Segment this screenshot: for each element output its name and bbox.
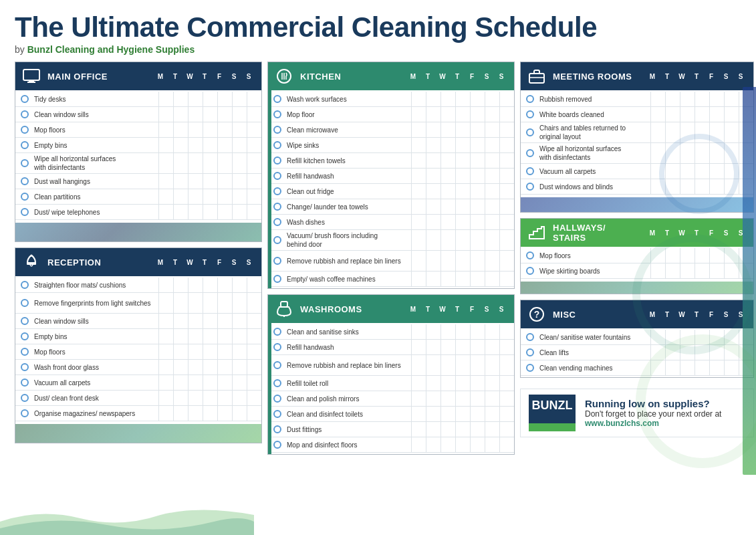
bunzl-logo: BUNZL <box>529 395 576 431</box>
title-bold: Cleaning Schedule <box>352 11 597 43</box>
table-row: Remove rubbish and replace bin liners <box>268 251 514 272</box>
misc-title: MISC <box>553 310 640 320</box>
fork-icon <box>273 66 295 87</box>
table-row: Clean lifts <box>521 345 753 360</box>
misc-days: M T W T F S S <box>645 311 748 318</box>
promo-link[interactable]: www.bunzlchs.com <box>585 419 659 428</box>
briefcase-icon <box>526 66 547 87</box>
table-row: Mop floors <box>521 248 753 263</box>
table-row: Clean vending machines <box>521 360 753 376</box>
table-row: Clean window sills <box>15 314 261 329</box>
table-row: Mop and disinfect floors <box>268 437 514 453</box>
table-row: Empty bins <box>15 138 261 153</box>
table-row: Wipe all horizontal surfaceswith disinfe… <box>15 153 261 174</box>
table-row: Rubbish removed <box>521 92 753 107</box>
kitchen-tasks: Wash work surfaces Mop floor Clean micro… <box>268 90 514 288</box>
subtitle: by Bunzl Cleaning and Hygiene Supplies <box>15 44 741 55</box>
table-row: Straighten floor mats/ cushions <box>15 278 261 293</box>
main-office-title: MAIN OFFICE <box>47 72 148 82</box>
main-office-tasks: Tidy desks Clean window sills Mop floors… <box>15 90 261 221</box>
hallways-header: HALLWAYS/ STAIRS M T W T F S S <box>521 219 753 247</box>
table-row: Refill toilet roll <box>268 376 514 391</box>
table-row: Remove fingerprints from light switches <box>15 293 261 314</box>
svg-rect-3 <box>27 263 36 265</box>
table-row: Remove rubbish and replace bin liners <box>268 355 514 376</box>
page: The Ultimate Commercial Cleaning Schedul… <box>0 0 756 535</box>
table-row: Dust fittings <box>268 422 514 437</box>
meeting-rooms-header: MEETING ROOMS M T W T F S S <box>521 62 753 90</box>
table-row: Tidy desks <box>15 92 261 107</box>
washrooms-section: WASHROOMS M T W T F S S Clean and saniti… <box>267 294 515 455</box>
col3: MEETING ROOMS M T W T F S S Rubbish remo… <box>520 62 754 455</box>
table-row: White boards cleaned <box>521 107 753 122</box>
kitchen-header: KITCHEN M T W T F S S <box>268 62 514 90</box>
hallways-tasks: Mop floors Wipe skirting boards <box>521 247 753 280</box>
table-row: Wash work surfaces <box>268 92 514 107</box>
monitor-icon <box>21 66 42 87</box>
kitchen-section: KITCHEN M T W T F S S Wash work surfaces… <box>267 62 515 289</box>
toilet-icon <box>273 298 295 320</box>
table-row: Clean partitions <box>15 189 261 205</box>
table-row: Dust/ wipe telephones <box>15 205 261 220</box>
table-row: Dust/ clean front desk <box>15 391 261 406</box>
title-prefix: The Ultimate Commercial <box>15 11 352 43</box>
promo-heading: Running low on supplies? <box>585 398 745 409</box>
main-office-days: M T W T F S S <box>153 73 256 80</box>
question-icon: ? <box>526 304 547 325</box>
misc-tasks: Clean/ sanitise water fountains Clean li… <box>521 328 753 377</box>
meeting-rooms-section: MEETING ROOMS M T W T F S S Rubbish remo… <box>520 62 754 213</box>
sections-grid: MAIN OFFICE M T W T F S S Tidy desks Cle… <box>15 62 741 460</box>
hallways-section: HALLWAYS/ STAIRS M T W T F S S Mop floor… <box>520 218 754 294</box>
reception-header: RECEPTION M T W T F S S <box>15 248 261 276</box>
bunzl-logo-text: BUNZL <box>529 395 576 423</box>
washrooms-title: WASHROOMS <box>300 304 400 314</box>
svg-rect-8 <box>281 302 287 307</box>
table-row: Clean window sills <box>15 107 261 122</box>
main-office-section: MAIN OFFICE M T W T F S S Tidy desks Cle… <box>15 62 262 242</box>
table-row: Refill handwash <box>268 169 514 184</box>
bell-icon <box>21 251 42 273</box>
table-row: Vacuum/ brush floors includingbehind doo… <box>268 230 514 251</box>
meeting-rooms-days: M T W T F S S <box>645 73 748 80</box>
table-row: Clean/ sanitise water fountains <box>521 330 753 345</box>
table-row: Organise magazines/ newspapers <box>15 406 261 421</box>
stairs-icon <box>526 222 547 243</box>
table-row: Refill handwash <box>268 340 514 355</box>
hallways-days: M T W T F S S <box>645 229 748 237</box>
table-row: Wash front door glass <box>15 360 261 375</box>
col1: MAIN OFFICE M T W T F S S Tidy desks Cle… <box>15 62 262 455</box>
svg-point-4 <box>31 255 33 257</box>
bunzl-promo: BUNZL Running low on supplies? Don't for… <box>520 389 754 437</box>
table-row: Mop floors <box>15 344 261 360</box>
table-row: Vacuum all carpets <box>521 164 753 179</box>
table-row: Clean and disinfect toilets <box>268 407 514 422</box>
table-row: Dust windows and blinds <box>521 179 753 195</box>
main-office-header: MAIN OFFICE M T W T F S S <box>15 62 261 90</box>
table-row: Change/ launder tea towels <box>268 199 514 215</box>
table-row: Wipe all horizontal surfaceswith disinfe… <box>521 143 753 164</box>
meeting-rooms-title: MEETING ROOMS <box>553 72 640 82</box>
svg-rect-0 <box>23 70 39 80</box>
table-row: Mop floors <box>15 122 261 138</box>
washrooms-header: WASHROOMS M T W T F S S <box>268 295 514 323</box>
promo-body: Don't forget to place your next order at… <box>585 409 745 428</box>
misc-section: ? MISC M T W T F S S Clean/ sani <box>520 300 754 378</box>
table-row: Mop floor <box>268 107 514 122</box>
bunzl-promo-text: Running low on supplies? Don't forget to… <box>585 398 745 428</box>
table-row: Refill kitchen towels <box>268 153 514 169</box>
meeting-rooms-tasks: Rubbish removed White boards cleaned Cha… <box>521 90 753 196</box>
main-office-wave <box>15 223 261 241</box>
main-title: The Ultimate Commercial Cleaning Schedul… <box>15 12 741 55</box>
table-row: Clean microwave <box>268 122 514 138</box>
col2: KITCHEN M T W T F S S Wash work surfaces… <box>267 62 515 455</box>
svg-rect-10 <box>529 74 544 83</box>
svg-rect-1 <box>29 80 34 82</box>
reception-days: M T W T F S S <box>153 259 256 266</box>
reception-title: RECEPTION <box>47 257 148 268</box>
table-row: Clean and sanitise sinks <box>268 324 514 340</box>
reception-tasks: Straighten floor mats/ cushions Remove f… <box>15 276 261 423</box>
svg-rect-2 <box>27 82 35 83</box>
svg-text:?: ? <box>534 309 540 320</box>
hallways-title: HALLWAYS/ STAIRS <box>553 223 640 243</box>
table-row: Clean and polish mirrors <box>268 391 514 407</box>
